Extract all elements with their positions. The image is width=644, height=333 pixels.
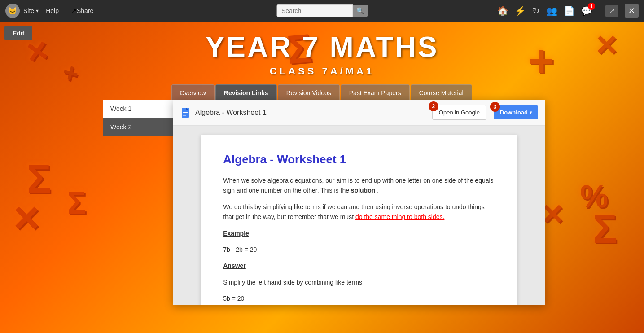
nav-divider xyxy=(599,4,599,17)
search-bar: 🔍 xyxy=(276,4,368,17)
doc-answer: Answer xyxy=(223,261,495,271)
sidebar-panel: Week 1 Week 2 xyxy=(103,100,175,136)
tab-past-exam-papers[interactable]: Past Exam Papers xyxy=(341,84,410,101)
help-link[interactable]: Help xyxy=(46,7,59,14)
open-google-wrapper: Open in Google 2 xyxy=(432,105,490,120)
sidebar-item-week1[interactable]: Week 1 xyxy=(103,100,175,118)
edit-button[interactable]: Edit xyxy=(4,26,32,40)
refresh-icon[interactable]: ↻ xyxy=(532,5,540,16)
site-logo: 🐱 xyxy=(5,4,20,18)
doc-body[interactable]: Algebra - Worksheet 1 When we solve alge… xyxy=(173,126,545,305)
notification-icon[interactable]: 💬 1 xyxy=(581,5,592,16)
download-button[interactable]: Download ▾ xyxy=(494,105,538,119)
people-icon[interactable]: 👥 xyxy=(546,5,557,16)
share-icon: ↗ xyxy=(71,7,77,14)
doc-answer-label: Answer xyxy=(223,262,246,269)
math-decor: × xyxy=(542,193,563,234)
expand-button[interactable]: ⤢ xyxy=(605,5,618,17)
doc-example: Example xyxy=(223,228,495,238)
content-panel: Algebra - Worksheet 1 Open in Google 2 D… xyxy=(173,100,545,305)
open-in-google-button[interactable]: Open in Google xyxy=(432,105,486,120)
tab-revision-videos[interactable]: Revision Videos xyxy=(278,84,340,101)
sidebar-item-week2[interactable]: Week 2 xyxy=(103,118,175,136)
search-button[interactable]: 🔍 xyxy=(353,5,368,17)
tabs-container: Overview Revision Links Revision Videos … xyxy=(171,84,473,101)
doc-answer-line1: Simplify the left hand side by combining… xyxy=(223,277,495,287)
top-nav: 🐱 Site ▾ Help ↗ Share 🔍 🏠 ⚡ ↻ 👥 📄 💬 1 ⤢ … xyxy=(0,0,644,22)
doc-red-text: do the same thing to both sides. xyxy=(355,213,444,220)
math-decor: % xyxy=(580,179,608,215)
notification-badge: 1 xyxy=(588,3,595,10)
search-input[interactable] xyxy=(276,4,353,17)
hero-main-title: YEAR 7 MATHS xyxy=(0,31,644,64)
download-caret: ▾ xyxy=(530,110,532,115)
doc-title: Algebra - Worksheet 1 xyxy=(195,109,432,117)
site-caret[interactable]: ▾ xyxy=(36,8,39,14)
badge-3: 3 xyxy=(490,102,500,112)
math-decor: Σ xyxy=(67,185,86,221)
hero-subtitle: CLASS 7A/MA1 xyxy=(0,66,644,77)
doc-page: Algebra - Worksheet 1 When we solve alge… xyxy=(201,135,517,305)
doc-example-label: Example xyxy=(223,230,249,237)
svg-rect-3 xyxy=(183,115,186,116)
doc-para1: When we solve algebraic equations, our a… xyxy=(223,175,495,196)
download-wrapper: Download ▾ 3 xyxy=(494,105,538,119)
doc-equation1: 7b - 2b = 20 xyxy=(223,245,495,254)
svg-rect-1 xyxy=(183,112,188,113)
share-button[interactable]: ↗ Share xyxy=(71,7,93,14)
svg-rect-2 xyxy=(183,114,188,114)
badge-2: 2 xyxy=(429,101,438,111)
doc-header: Algebra - Worksheet 1 Open in Google 2 D… xyxy=(173,100,545,126)
lightning-icon[interactable]: ⚡ xyxy=(515,5,526,16)
close-button[interactable]: ✕ xyxy=(625,4,639,18)
home-icon[interactable]: 🏠 xyxy=(497,5,508,16)
google-docs-icon xyxy=(180,107,191,118)
doc-heading: Algebra - Worksheet 1 xyxy=(223,153,495,166)
site-menu[interactable]: Site xyxy=(23,7,34,14)
math-decor: Σ xyxy=(27,156,51,202)
doc-equation2: 5b = 20 xyxy=(223,294,495,303)
tab-revision-links[interactable]: Revision Links xyxy=(215,84,277,101)
document-icon[interactable]: 📄 xyxy=(564,5,575,16)
doc-bold-solution: solution xyxy=(351,187,375,194)
nav-icons-right: 🏠 ⚡ ↻ 👥 📄 💬 1 ⤢ ✕ xyxy=(497,4,639,18)
tab-overview[interactable]: Overview xyxy=(171,84,214,101)
doc-para2: We do this by simplifying like terms if … xyxy=(223,202,495,222)
hero-title-area: YEAR 7 MATHS CLASS 7A/MA1 xyxy=(0,31,644,77)
tab-course-material[interactable]: Course Material xyxy=(411,84,472,101)
